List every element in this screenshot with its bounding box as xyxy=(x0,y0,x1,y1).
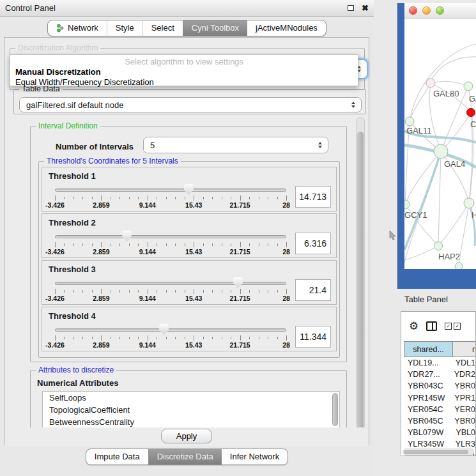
threshold-slider[interactable]: -3.4262.8599.14415.4321.71528 xyxy=(55,183,286,211)
axis-tick-label: 21.715 xyxy=(230,295,250,302)
checkbox-column-icon[interactable]: ✓ xyxy=(445,323,452,330)
network-node-c[interactable] xyxy=(467,109,475,117)
attributes-group-title: Attributes to discretize xyxy=(36,365,116,374)
panel-scrollbar[interactable] xyxy=(356,117,365,444)
tick-mark xyxy=(73,337,74,339)
network-view-window[interactable]: GAL80GACGAL11GAL4GCY1HHAP2 xyxy=(397,3,476,289)
network-node-gal11[interactable] xyxy=(405,117,414,126)
threshold-slider[interactable]: -3.4262.8599.14415.4321.71528 xyxy=(55,229,286,257)
panel-scrollbar-thumb[interactable] xyxy=(357,132,364,441)
network-node-gcy1[interactable] xyxy=(404,200,410,209)
tick-mark xyxy=(55,335,56,341)
tab-impute-data[interactable]: Impute Data xyxy=(86,449,148,464)
network-node-h[interactable] xyxy=(464,198,474,208)
bottom-tab-group: Impute DataDiscretize DataInfer Network xyxy=(86,449,288,465)
tick-mark xyxy=(64,290,65,293)
cell-shared-name: YDL19... xyxy=(404,358,450,367)
network-edge-highlighted xyxy=(404,151,441,250)
interval-definition-groupbox: Interval Definition Number of Intervals … xyxy=(30,126,347,362)
network-node-label: HAP2 xyxy=(438,252,460,261)
float-window-icon[interactable] xyxy=(348,5,354,11)
table-hscrollbar-thumb[interactable] xyxy=(404,450,468,454)
threshold-label: Threshold 1 xyxy=(42,167,336,181)
network-node-gal4[interactable] xyxy=(434,144,448,158)
tab-discretize-data[interactable]: Discretize Data xyxy=(148,449,222,464)
tick-mark xyxy=(203,197,204,199)
tab-network[interactable]: Network xyxy=(48,20,107,36)
settings-scroll-area: Interval Definition Number of Intervals … xyxy=(10,117,356,427)
table-row[interactable]: YBL079WYBL0 xyxy=(404,427,475,438)
list-scrollbar-thumb[interactable] xyxy=(332,393,338,426)
table-rows: YDL19...YDL1YDR27...YDR2YBR043CYBR0YPR14… xyxy=(404,357,475,456)
tab-select[interactable]: Select xyxy=(142,20,183,36)
slider-track[interactable] xyxy=(55,328,286,332)
tick-mark xyxy=(119,290,120,293)
zoom-traffic-light-icon[interactable] xyxy=(436,6,444,15)
axis-tick-label: 21.715 xyxy=(230,341,250,349)
network-icon xyxy=(56,24,65,33)
tick-mark xyxy=(92,243,93,246)
network-node-hap2[interactable] xyxy=(434,242,443,250)
table-row[interactable]: YER054CYER0 xyxy=(404,404,475,415)
split-view-icon[interactable] xyxy=(426,321,437,331)
table-row[interactable]: YBR045CYBR0 xyxy=(404,415,475,427)
slider-handle[interactable] xyxy=(159,324,169,335)
network-node[interactable] xyxy=(455,263,463,269)
threshold-slider[interactable]: -3.4262.8599.14415.4321.71528 xyxy=(55,276,286,304)
slider-track[interactable] xyxy=(55,188,286,192)
attribute-list-item[interactable]: BetweennessCentrality xyxy=(43,416,339,427)
tab-infer-network[interactable]: Infer Network xyxy=(222,449,288,464)
column-header-name[interactable]: na xyxy=(453,341,476,357)
threshold-list: Threshold 1-3.4262.8599.14415.4321.71528… xyxy=(39,167,339,353)
algorithm-option-equal-width[interactable]: Equal Width/Frequency Discretization xyxy=(10,77,358,87)
attribute-list-item[interactable]: SelfLoops xyxy=(43,392,339,404)
tab-cyni-toolbox[interactable]: Cyni Toolbox xyxy=(183,20,247,36)
tick-mark xyxy=(268,337,268,339)
threshold-value-field[interactable]: 11.344 xyxy=(295,326,331,348)
network-canvas[interactable]: GAL80GACGAL11GAL4GCY1HHAP2 xyxy=(404,19,476,269)
tick-mark xyxy=(185,243,185,246)
column-header-shared-name[interactable]: shared... xyxy=(404,341,453,357)
algorithm-option-manual[interactable]: Manual Discretization xyxy=(10,66,358,77)
tick-mark xyxy=(249,197,250,199)
network-node-label: C xyxy=(470,119,476,129)
threshold-value-field[interactable]: 14.713 xyxy=(295,186,331,208)
slider-track[interactable] xyxy=(55,235,286,238)
slider-ticks xyxy=(55,196,286,201)
axis-tick-label: 15.43 xyxy=(185,295,202,302)
attribute-list-item[interactable]: TopologicalCoefficient xyxy=(43,404,339,416)
slider-handle[interactable] xyxy=(122,231,132,242)
threshold-value-field[interactable]: 21.4 xyxy=(295,279,331,301)
network-node-gal80[interactable] xyxy=(426,79,435,88)
cell-name: YPR1 xyxy=(449,394,475,403)
close-icon[interactable]: ✖ xyxy=(362,4,369,12)
number-of-intervals-combobox[interactable]: 5 xyxy=(143,137,328,153)
slider-track[interactable] xyxy=(55,282,286,285)
cell-shared-name: YBR045C xyxy=(404,417,449,426)
table-row[interactable]: YDR27...YDR2 xyxy=(404,369,475,380)
tick-mark xyxy=(212,290,213,293)
tab-jactivemnodules[interactable]: jActiveMNodules xyxy=(247,20,326,36)
table-data-combobox[interactable]: galFiltered.sif default node xyxy=(19,97,362,112)
cell-shared-name: YDR27... xyxy=(404,370,449,379)
minimize-traffic-light-icon[interactable] xyxy=(422,6,431,15)
threshold-value-field[interactable]: 6.316 xyxy=(295,233,331,254)
slider-handle[interactable] xyxy=(233,277,243,288)
table-row[interactable]: YPR145WYPR1 xyxy=(404,392,475,404)
axis-tick-label: -3.426 xyxy=(45,295,65,302)
tick-mark xyxy=(249,337,250,339)
apply-button[interactable]: Apply xyxy=(161,429,212,443)
table-row[interactable]: YDL19...YDL1 xyxy=(404,357,475,369)
close-traffic-light-icon[interactable] xyxy=(409,6,417,15)
tick-mark xyxy=(240,242,241,247)
network-node-label: GCY1 xyxy=(404,210,427,220)
network-node-ga[interactable] xyxy=(464,82,473,91)
table-hscrollbar[interactable] xyxy=(403,449,474,456)
slider-handle[interactable] xyxy=(184,184,194,195)
checkbox-column-icon[interactable]: ✓ xyxy=(454,323,461,330)
tab-style[interactable]: Style xyxy=(107,20,142,36)
gear-icon[interactable]: ⚙ xyxy=(409,321,418,332)
threshold-slider[interactable]: -3.4262.8599.14415.4321.71528 xyxy=(55,323,286,351)
table-row[interactable]: YBR043CYBR0 xyxy=(404,380,475,392)
numerical-attributes-list[interactable]: SelfLoopsTopologicalCoefficientBetweenne… xyxy=(42,391,340,427)
